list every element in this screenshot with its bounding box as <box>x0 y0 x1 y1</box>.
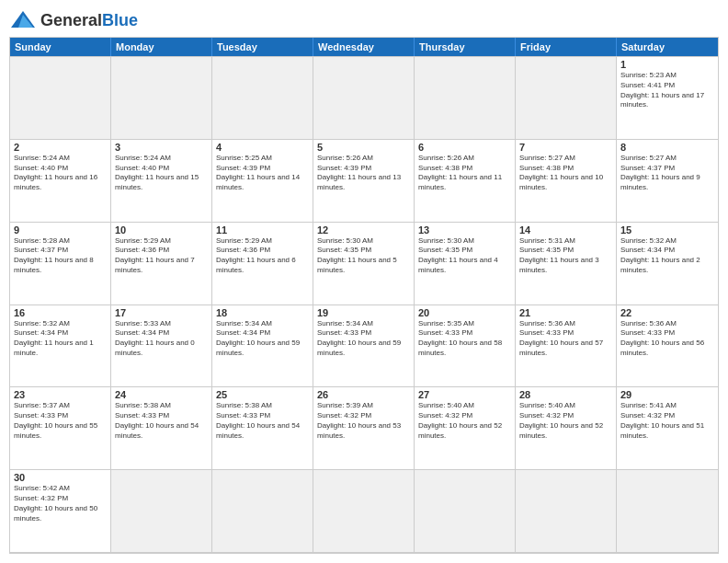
cell-info: Sunrise: 5:32 AM Sunset: 4:34 PM Dayligh… <box>14 319 107 359</box>
empty-cell <box>415 57 516 140</box>
header: GeneralBlue <box>9 9 719 31</box>
cell-info: Sunrise: 5:25 AM Sunset: 4:39 PM Dayligh… <box>216 154 309 193</box>
calendar-cell: 3Sunrise: 5:24 AM Sunset: 4:40 PM Daylig… <box>111 140 212 223</box>
cell-info: Sunrise: 5:39 AM Sunset: 4:32 PM Dayligh… <box>317 401 410 441</box>
calendar-cell: 25Sunrise: 5:38 AM Sunset: 4:33 PM Dayli… <box>212 387 313 470</box>
logo-icon <box>9 9 37 31</box>
cell-info: Sunrise: 5:30 AM Sunset: 4:35 PM Dayligh… <box>317 236 410 276</box>
cell-info: Sunrise: 5:29 AM Sunset: 4:36 PM Dayligh… <box>216 236 309 276</box>
calendar-cell: 5Sunrise: 5:26 AM Sunset: 4:39 PM Daylig… <box>313 140 415 223</box>
day-header: Friday <box>516 38 617 56</box>
day-number: 18 <box>216 307 309 318</box>
cell-info: Sunrise: 5:40 AM Sunset: 4:32 PM Dayligh… <box>418 401 511 441</box>
cell-info: Sunrise: 5:27 AM Sunset: 4:37 PM Dayligh… <box>620 154 714 193</box>
empty-cell <box>516 57 617 140</box>
calendar-cell: 14Sunrise: 5:31 AM Sunset: 4:35 PM Dayli… <box>516 223 617 305</box>
cell-info: Sunrise: 5:37 AM Sunset: 4:33 PM Dayligh… <box>14 401 107 441</box>
calendar-cell: 29Sunrise: 5:41 AM Sunset: 4:32 PM Dayli… <box>617 387 718 470</box>
empty-cell <box>313 57 415 140</box>
logo-text: GeneralBlue <box>40 11 138 30</box>
cell-info: Sunrise: 5:29 AM Sunset: 4:36 PM Dayligh… <box>115 236 208 276</box>
calendar-grid: 1Sunrise: 5:23 AM Sunset: 4:41 PM Daylig… <box>10 56 718 553</box>
calendar-cell: 13Sunrise: 5:30 AM Sunset: 4:35 PM Dayli… <box>415 223 516 305</box>
cell-info: Sunrise: 5:32 AM Sunset: 4:34 PM Dayligh… <box>620 236 714 276</box>
calendar-cell: 27Sunrise: 5:40 AM Sunset: 4:32 PM Dayli… <box>415 387 516 470</box>
empty-cell <box>10 57 111 140</box>
cell-info: Sunrise: 5:34 AM Sunset: 4:34 PM Dayligh… <box>216 319 309 359</box>
calendar-cell: 8Sunrise: 5:27 AM Sunset: 4:37 PM Daylig… <box>617 140 718 223</box>
day-number: 15 <box>620 224 714 236</box>
day-number: 13 <box>418 224 511 236</box>
calendar-cell: 21Sunrise: 5:36 AM Sunset: 4:33 PM Dayli… <box>516 305 617 388</box>
cell-info: Sunrise: 5:41 AM Sunset: 4:32 PM Dayligh… <box>620 401 714 441</box>
calendar-cell: 10Sunrise: 5:29 AM Sunset: 4:36 PM Dayli… <box>111 223 212 305</box>
day-number: 11 <box>216 224 309 236</box>
calendar: SundayMondayTuesdayWednesdayThursdayFrid… <box>9 37 719 554</box>
logo: GeneralBlue <box>9 9 138 31</box>
day-number: 20 <box>418 307 511 318</box>
cell-info: Sunrise: 5:38 AM Sunset: 4:33 PM Dayligh… <box>216 401 309 441</box>
day-number: 19 <box>317 307 410 318</box>
day-number: 8 <box>620 142 714 153</box>
calendar-cell: 30Sunrise: 5:42 AM Sunset: 4:32 PM Dayli… <box>10 470 111 553</box>
day-header: Monday <box>111 38 212 56</box>
day-header: Sunday <box>10 38 111 56</box>
calendar-cell: 26Sunrise: 5:39 AM Sunset: 4:32 PM Dayli… <box>313 387 415 470</box>
cell-info: Sunrise: 5:28 AM Sunset: 4:37 PM Dayligh… <box>14 236 107 276</box>
day-headers: SundayMondayTuesdayWednesdayThursdayFrid… <box>10 38 718 56</box>
day-number: 29 <box>620 389 714 400</box>
day-number: 10 <box>115 224 208 236</box>
day-number: 27 <box>418 389 511 400</box>
day-header: Tuesday <box>212 38 313 56</box>
page: GeneralBlue SundayMondayTuesdayWednesday… <box>0 0 728 563</box>
cell-info: Sunrise: 5:33 AM Sunset: 4:34 PM Dayligh… <box>115 319 208 359</box>
cell-info: Sunrise: 5:24 AM Sunset: 4:40 PM Dayligh… <box>115 154 208 193</box>
empty-cell <box>212 470 313 553</box>
day-number: 26 <box>317 389 410 400</box>
calendar-cell: 2Sunrise: 5:24 AM Sunset: 4:40 PM Daylig… <box>10 140 111 223</box>
calendar-cell: 23Sunrise: 5:37 AM Sunset: 4:33 PM Dayli… <box>10 387 111 470</box>
cell-info: Sunrise: 5:23 AM Sunset: 4:41 PM Dayligh… <box>620 71 714 110</box>
calendar-cell: 17Sunrise: 5:33 AM Sunset: 4:34 PM Dayli… <box>111 305 212 388</box>
cell-info: Sunrise: 5:31 AM Sunset: 4:35 PM Dayligh… <box>519 236 612 276</box>
calendar-cell: 22Sunrise: 5:36 AM Sunset: 4:33 PM Dayli… <box>617 305 718 388</box>
empty-cell <box>313 470 415 553</box>
calendar-cell: 19Sunrise: 5:34 AM Sunset: 4:33 PM Dayli… <box>313 305 415 388</box>
day-header: Saturday <box>617 38 718 56</box>
calendar-cell: 6Sunrise: 5:26 AM Sunset: 4:38 PM Daylig… <box>415 140 516 223</box>
day-number: 28 <box>519 389 612 400</box>
calendar-cell: 15Sunrise: 5:32 AM Sunset: 4:34 PM Dayli… <box>617 223 718 305</box>
cell-info: Sunrise: 5:36 AM Sunset: 4:33 PM Dayligh… <box>620 319 714 359</box>
day-number: 21 <box>519 307 612 318</box>
day-number: 7 <box>519 142 612 153</box>
day-number: 17 <box>115 307 208 318</box>
calendar-cell: 11Sunrise: 5:29 AM Sunset: 4:36 PM Dayli… <box>212 223 313 305</box>
cell-info: Sunrise: 5:27 AM Sunset: 4:38 PM Dayligh… <box>519 154 612 193</box>
day-number: 30 <box>14 472 107 483</box>
cell-info: Sunrise: 5:40 AM Sunset: 4:32 PM Dayligh… <box>519 401 612 441</box>
day-number: 1 <box>620 59 714 70</box>
cell-info: Sunrise: 5:26 AM Sunset: 4:39 PM Dayligh… <box>317 154 410 193</box>
cell-info: Sunrise: 5:36 AM Sunset: 4:33 PM Dayligh… <box>519 319 612 359</box>
calendar-cell: 28Sunrise: 5:40 AM Sunset: 4:32 PM Dayli… <box>516 387 617 470</box>
empty-cell <box>212 57 313 140</box>
empty-cell <box>516 470 617 553</box>
day-number: 5 <box>317 142 410 153</box>
calendar-cell: 4Sunrise: 5:25 AM Sunset: 4:39 PM Daylig… <box>212 140 313 223</box>
day-header: Thursday <box>415 38 516 56</box>
day-number: 25 <box>216 389 309 400</box>
calendar-cell: 9Sunrise: 5:28 AM Sunset: 4:37 PM Daylig… <box>10 223 111 305</box>
day-number: 16 <box>14 307 107 318</box>
day-number: 2 <box>14 142 107 153</box>
calendar-cell: 24Sunrise: 5:38 AM Sunset: 4:33 PM Dayli… <box>111 387 212 470</box>
empty-cell <box>617 470 718 553</box>
day-number: 4 <box>216 142 309 153</box>
day-header: Wednesday <box>313 38 415 56</box>
day-number: 9 <box>14 224 107 236</box>
cell-info: Sunrise: 5:34 AM Sunset: 4:33 PM Dayligh… <box>317 319 410 359</box>
day-number: 24 <box>115 389 208 400</box>
day-number: 14 <box>519 224 612 236</box>
calendar-cell: 16Sunrise: 5:32 AM Sunset: 4:34 PM Dayli… <box>10 305 111 388</box>
empty-cell <box>111 57 212 140</box>
day-number: 12 <box>317 224 410 236</box>
